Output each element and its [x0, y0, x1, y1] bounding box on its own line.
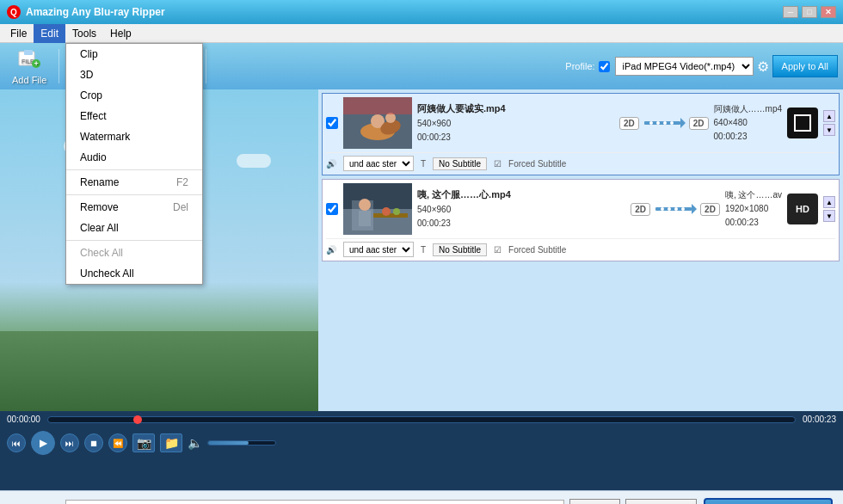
file-1-scroll-down[interactable]: ▼: [823, 124, 835, 136]
file-2-forced-checkbox-icon: ☑: [494, 245, 501, 255]
time-total: 00:00:23: [803, 415, 836, 424]
time-row: 00:00:00 00:00:23: [7, 415, 836, 424]
close-button[interactable]: ✕: [821, 6, 836, 18]
maximize-button[interactable]: □: [802, 6, 817, 18]
file-1-forced-checkbox-icon: ☑: [494, 159, 501, 169]
svg-marker-27: [692, 204, 697, 214]
file-2-output-info: 咦, 这个……av 1920×1080 00:00:23: [725, 188, 782, 230]
svg-point-29: [668, 207, 671, 211]
skip-back-button[interactable]: ⏮: [7, 433, 26, 452]
file-2-forced-sub-label: Forced Subtitle: [508, 245, 566, 255]
menu-clip[interactable]: Clip: [66, 44, 202, 65]
apply-to-all-button[interactable]: Apply to All: [772, 55, 838, 77]
menu-clear-all[interactable]: Clear All: [66, 218, 202, 238]
frame-back-button[interactable]: ⏪: [108, 433, 127, 452]
profile-select[interactable]: iPad MPEG4 Video(*.mp4): [615, 57, 754, 76]
volume-slider[interactable]: [207, 440, 276, 446]
skip-forward-button[interactable]: ⏭: [60, 433, 79, 452]
add-file-button[interactable]: FILE + Add File: [5, 45, 53, 89]
file-1-audio-select[interactable]: und aac ster: [343, 156, 414, 171]
menu-check-all[interactable]: Check All: [66, 243, 202, 263]
file-1-output-duration: 00:00:23: [714, 130, 782, 144]
file-1-sub-row: 🔊 und aac ster T No Subtitle ☑ Forced Su…: [326, 152, 835, 171]
file-2-output-type-badge: HD: [787, 194, 818, 224]
file-1-output-type-badge: [787, 108, 818, 138]
destination-input[interactable]: [65, 500, 564, 504]
stop-button[interactable]: ⏹: [84, 433, 103, 452]
menu-crop[interactable]: Crop: [66, 85, 202, 106]
svg-rect-23: [373, 213, 408, 218]
menu-watermark[interactable]: Watermark: [66, 126, 202, 147]
file-2-subtitle-label: No Subtitle: [439, 245, 481, 255]
menu-tools[interactable]: Tools: [65, 24, 103, 43]
profile-area: Profile: iPad MPEG4 Video(*.mp4) ⚙ Apply…: [565, 55, 838, 77]
svg-point-25: [393, 208, 400, 215]
file-1-scroll-controls: ▲ ▼: [823, 110, 835, 136]
svg-point-28: [661, 207, 664, 211]
file-2-scroll-down[interactable]: ▼: [823, 210, 835, 222]
arrow-icon: [643, 114, 686, 132]
file-1-convert-arrow: 2D 2: [619, 114, 709, 132]
file-2-scroll-up[interactable]: ▲: [823, 196, 835, 208]
menu-help[interactable]: Help: [103, 24, 138, 43]
file-1-output-info: 阿姨做人……mp4 640×480 00:00:23: [714, 102, 782, 144]
file-2-checkbox[interactable]: [326, 203, 338, 215]
bottom-bar: Destination: Browse Open Folder Merge in…: [0, 490, 843, 504]
file-1-audio-icon: 🔊: [326, 159, 336, 169]
open-folder-button[interactable]: 📁: [160, 433, 182, 452]
profile-checkbox[interactable]: [599, 61, 610, 72]
profile-label: Profile:: [565, 61, 594, 71]
file-2-name: 咦, 这个服……心.mp4: [417, 187, 625, 203]
controls-row: ⏮ ▶ ⏭ ⏹ ⏪ 📷 📁 🔈: [7, 431, 836, 455]
app-title: Amazing Any Blu-ray Ripper: [26, 6, 783, 18]
file-1-subtitle-icon: T: [421, 159, 426, 169]
browse-button[interactable]: Browse: [569, 499, 620, 504]
menu-audio[interactable]: Audio: [66, 147, 202, 168]
file-2-output-badge: 2D: [700, 203, 720, 216]
menu-rename[interactable]: Rename F2: [66, 172, 202, 193]
play-button[interactable]: ▶: [31, 431, 55, 455]
snapshot-button[interactable]: 📷: [132, 433, 155, 452]
time-current: 00:00:00: [7, 415, 40, 424]
separator-2: [66, 194, 202, 195]
menu-remove[interactable]: Remove Del: [66, 197, 202, 218]
svg-text:+: +: [34, 59, 39, 68]
menu-effect[interactable]: Effect: [66, 106, 202, 126]
add-file-icon: FILE +: [17, 48, 41, 73]
progress-indicator: [133, 415, 142, 424]
file-1-input-badge: 2D: [619, 117, 639, 130]
file-1-subtitle-label: No Subtitle: [439, 159, 481, 169]
svg-point-16: [670, 121, 674, 125]
menu-file[interactable]: File: [3, 24, 34, 43]
file-item-1: 阿姨做人要诚实.mp4 540×960 00:00:23 2D: [322, 93, 840, 175]
separator-1: [66, 169, 202, 170]
convert-button[interactable]: Convert: [704, 498, 833, 504]
gear-icon[interactable]: ⚙: [757, 58, 769, 75]
file-2-scroll-controls: ▲ ▼: [823, 196, 835, 222]
file-2-audio-select[interactable]: und aac ster: [343, 242, 414, 257]
open-folder-destination-button[interactable]: Open Folder: [625, 499, 697, 504]
file-1-checkbox[interactable]: [326, 117, 338, 129]
file-2-subtitle-button[interactable]: No Subtitle: [433, 243, 487, 256]
svg-point-15: [663, 121, 667, 125]
file-1-output-badge: 2D: [689, 117, 709, 130]
menu-uncheck-all[interactable]: Uncheck All: [66, 263, 202, 284]
svg-point-13: [649, 121, 653, 125]
svg-rect-10: [343, 97, 412, 114]
file-2-output-res: 1920×1080: [725, 202, 782, 216]
menu-edit[interactable]: Edit: [34, 24, 65, 43]
progress-bar[interactable]: [47, 416, 796, 423]
file-1-subtitle-button[interactable]: No Subtitle: [433, 157, 487, 170]
file-2-convert-arrow: 2D 2D: [631, 200, 720, 218]
file-item-2: 咦, 这个服……心.mp4 540×960 00:00:23 2D: [322, 179, 840, 261]
file-2-thumb-image: [343, 183, 412, 235]
menu-3d[interactable]: 3D: [66, 65, 202, 85]
file-2-input-badge: 2D: [631, 203, 650, 216]
file-1-thumbnail: [343, 97, 412, 149]
bottom-left: Destination: Browse Open Folder Merge in…: [10, 499, 697, 504]
minimize-button[interactable]: ─: [783, 6, 798, 18]
file-1-scroll-up[interactable]: ▲: [823, 110, 835, 122]
file-list-area: 阿姨做人要诚实.mp4 540×960 00:00:23 2D: [318, 89, 843, 411]
file-item-1-main-row: 阿姨做人要诚实.mp4 540×960 00:00:23 2D: [326, 97, 835, 149]
mute-icon[interactable]: 🔈: [188, 436, 202, 450]
